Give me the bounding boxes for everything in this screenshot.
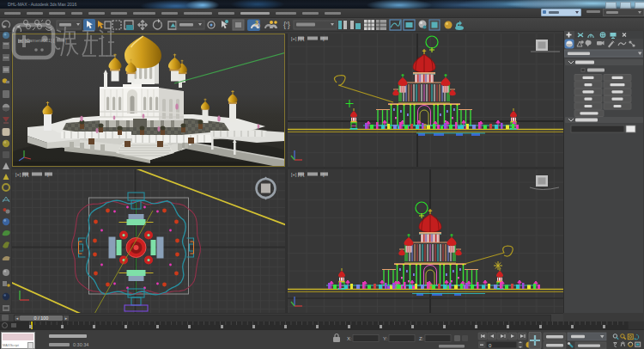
svg-text:X:: X: bbox=[347, 336, 352, 341]
svg-text:{'}: {'} bbox=[283, 21, 290, 29]
svg-text:%: % bbox=[254, 21, 260, 29]
svg-text:Y:: Y: bbox=[383, 336, 388, 341]
svg-text:Z:: Z: bbox=[419, 336, 424, 341]
